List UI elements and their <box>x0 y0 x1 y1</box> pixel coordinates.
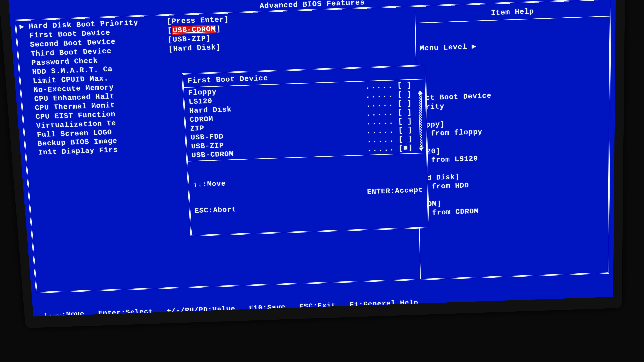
popup-options-list: Floppy.....[ ]LS120.....[ ]Hard Disk....… <box>184 79 426 162</box>
setting-value[interactable]: USB-CDROM <box>172 25 216 35</box>
scroll-up-icon[interactable] <box>418 90 422 94</box>
menu-level-label: Menu Level <box>420 43 467 53</box>
setting-value[interactable]: [Press Enter] <box>167 15 229 26</box>
item-help-body: Menu Level ect Boot Deviceority oppy]t f… <box>416 16 610 237</box>
popup-help-abort: ESC:Abort <box>194 205 241 215</box>
item-help-pane: Item Help Menu Level ect Boot Deviceorit… <box>414 0 610 279</box>
boot-device-popup: First Boot Device Floppy.....[ ]LS120...… <box>182 65 429 236</box>
bios-screen: 2006 Award Software Advanced BIOS Featur… <box>8 0 616 317</box>
setting-value[interactable]: [USB-ZIP] <box>168 34 211 44</box>
popup-help-move: ↑↓:Move <box>193 179 240 189</box>
chevron-right-icon <box>467 42 476 51</box>
scroll-track[interactable] <box>419 94 422 147</box>
popup-help-bar: ↑↓:Move ESC:Abort ENTER:Accept <box>188 153 428 235</box>
popup-option-checkbox[interactable]: [ ] <box>397 80 421 90</box>
popup-help-accept: ENTER:Accept <box>367 186 423 196</box>
main-frame: ▶ Hard Disk Boot Priority [Press Enter] … <box>14 0 611 293</box>
monitor-bezel: 2006 Award Software Advanced BIOS Featur… <box>0 0 625 328</box>
setting-value[interactable]: [Hard Disk] <box>168 43 221 53</box>
scroll-down-icon[interactable] <box>419 148 424 151</box>
legend-line-1: ↑↓→←:Move Enter:Select +/-/PU/PD:Value F… <box>43 292 603 317</box>
popup-scrollbar[interactable] <box>418 90 424 150</box>
bracket-close: ] <box>216 24 221 33</box>
bracket-open: [ <box>167 26 172 35</box>
